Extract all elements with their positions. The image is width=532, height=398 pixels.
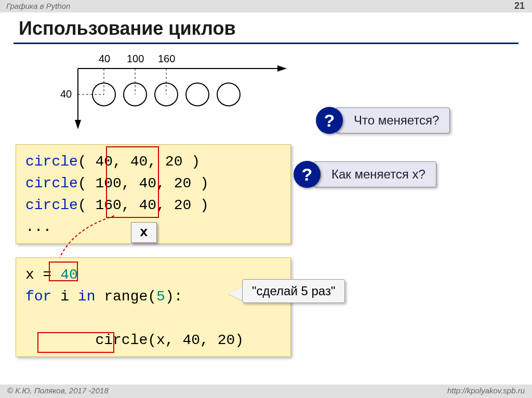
red-outline-init [49,262,78,281]
hint-callout: "сделай 5 раз" [242,279,345,303]
circles-diagram: 40 100 160 40 [57,48,296,131]
code1-l1-fn: circle [25,154,78,170]
footer-copyright: © К.Ю. Поляков, 2017 -2018 [7,386,109,396]
code1-l3-fn: circle [25,197,78,213]
code2-l2e: 5 [156,289,165,305]
page-number: 21 [514,1,525,11]
question-mark-icon: ? [316,107,343,134]
x-tick-160: 160 [158,53,175,64]
header-bar: Графика в Python 21 [0,0,532,12]
question-1: ? Что меняется? [316,107,450,134]
question-1-text: Что меняется? [336,107,450,133]
y-tick-40: 40 [60,88,72,100]
footer: © К.Ю. Поляков, 2017 -2018 http://kpolya… [0,385,532,398]
svg-point-10 [217,83,240,106]
header-topic: Графика в Python [6,2,70,10]
code1-l4: ... [25,219,51,235]
callout-tail-icon [229,286,243,301]
x-tick-100: 100 [127,53,144,64]
footer-url: http://kpolyakov.spb.ru [447,386,525,396]
code2-l2a: for [25,289,51,305]
code2-l2c: in [78,289,96,305]
question-mark-icon: ? [294,161,321,188]
red-outline-increment [37,332,114,353]
question-2-text: Как меняется x? [313,161,436,187]
code2-l2f: ): [165,289,183,305]
x-tick-40: 40 [99,53,110,64]
title-underline [14,43,518,44]
svg-point-9 [186,83,209,106]
code2-l2d: range( [95,289,156,305]
code2-l2b: i [51,289,77,305]
question-2: ? Как меняется x? [294,161,436,188]
code1-l2-fn: circle [25,175,78,191]
red-outline-x-column [106,146,159,218]
slide-title: Использование циклов [19,18,236,39]
x-variable-label: x [131,222,157,243]
slide: Графика в Python 21 Использование циклов [0,0,532,398]
